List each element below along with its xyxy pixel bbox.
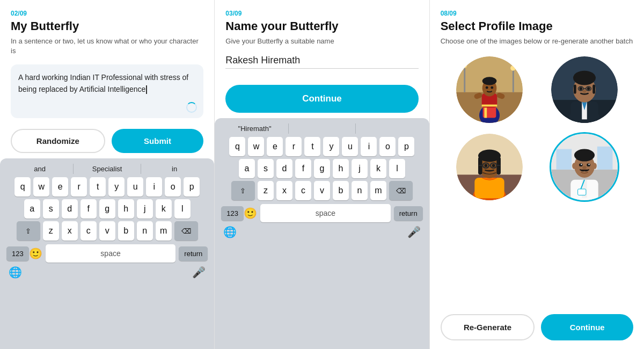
key2-p[interactable]: p	[398, 137, 414, 156]
randomize-button[interactable]: Randomize	[11, 129, 105, 153]
mic-icon[interactable]: 🎤	[192, 266, 206, 279]
key-space[interactable]: space	[46, 244, 176, 263]
key2-z[interactable]: z	[258, 181, 274, 200]
key-n[interactable]: n	[137, 221, 153, 241]
key2-backspace[interactable]: ⌫	[389, 181, 413, 200]
svg-point-47	[492, 164, 495, 167]
key2-space[interactable]: space	[260, 204, 391, 222]
key-l[interactable]: l	[174, 199, 191, 219]
key-b[interactable]: b	[118, 221, 134, 241]
key2-c[interactable]: c	[295, 181, 311, 200]
profile-image-4[interactable]	[550, 132, 619, 202]
svg-point-67	[588, 164, 589, 165]
key2-y[interactable]: y	[323, 137, 339, 156]
key-k[interactable]: k	[156, 199, 172, 219]
key-c[interactable]: c	[80, 221, 97, 241]
key2-shift[interactable]: ⇧	[231, 181, 255, 200]
key-backspace[interactable]: ⌫	[174, 221, 198, 241]
key-t[interactable]: t	[90, 177, 106, 197]
name-value[interactable]: Rakesh Hiremath	[225, 55, 418, 69]
key2-q[interactable]: q	[229, 137, 245, 156]
key2-123[interactable]: 123	[221, 206, 244, 221]
continue-button-2[interactable]: Continue	[225, 85, 418, 113]
key2-return[interactable]: return	[394, 206, 423, 221]
key-h[interactable]: h	[118, 199, 134, 219]
key-s[interactable]: s	[43, 199, 59, 219]
step-label-1: 02/09	[11, 10, 203, 17]
key-e[interactable]: e	[52, 177, 68, 197]
key2-b[interactable]: b	[333, 181, 349, 200]
key-p[interactable]: p	[184, 177, 200, 197]
key2-d[interactable]: d	[276, 159, 292, 178]
key2-s[interactable]: s	[258, 159, 274, 178]
key-return[interactable]: return	[179, 246, 208, 261]
key2-x[interactable]: x	[276, 181, 292, 200]
globe-icon[interactable]: 🌐	[9, 266, 22, 279]
suggestion-specialist[interactable]: Specialist	[74, 164, 141, 174]
key2-i[interactable]: i	[361, 137, 377, 156]
kb-bottom-1: 123 🙂 space return	[2, 243, 212, 263]
key-x[interactable]: x	[62, 221, 78, 241]
key-r[interactable]: r	[71, 177, 87, 197]
key2-j[interactable]: j	[352, 159, 368, 178]
panel-select-profile: 08/09 Select Profile Image Choose one of…	[430, 0, 644, 349]
key-y[interactable]: y	[108, 177, 125, 197]
key-i[interactable]: i	[146, 177, 162, 197]
key-j[interactable]: j	[137, 199, 153, 219]
keyboard-2: "Hiremath" q w e r t y u i o p a s d f	[215, 118, 429, 349]
key-q[interactable]: q	[14, 177, 31, 197]
continue-button-3[interactable]: Continue	[541, 314, 633, 340]
key2-m[interactable]: m	[370, 181, 386, 200]
svg-point-4	[462, 63, 467, 69]
key-d[interactable]: d	[62, 199, 78, 219]
key2-r[interactable]: r	[286, 137, 302, 156]
suggestion-hiremath[interactable]: "Hiremath"	[221, 123, 288, 134]
key-f[interactable]: f	[80, 199, 97, 219]
key-v[interactable]: v	[99, 221, 115, 241]
key2-v[interactable]: v	[314, 181, 330, 200]
svg-point-63	[592, 163, 597, 169]
panel-subtitle-2: Give your Butterfly a suitable name	[225, 37, 418, 46]
emoji-icon-2[interactable]: 🙂	[244, 207, 257, 220]
panel-title-3: Select Profile Image	[441, 19, 633, 33]
svg-point-62	[572, 163, 576, 169]
profile-image-2[interactable]	[550, 55, 619, 125]
key-u[interactable]: u	[127, 177, 143, 197]
key2-w[interactable]: w	[248, 137, 264, 156]
svg-rect-39	[474, 178, 504, 198]
loading-spinner	[186, 102, 197, 113]
key-m[interactable]: m	[156, 221, 172, 241]
key2-e[interactable]: e	[267, 137, 283, 156]
key-z[interactable]: z	[43, 221, 59, 241]
key2-g[interactable]: g	[314, 159, 330, 178]
key-a[interactable]: a	[24, 199, 40, 219]
suggestion-in[interactable]: in	[141, 164, 208, 174]
profile-image-3[interactable]	[455, 132, 524, 202]
key2-n[interactable]: n	[352, 181, 368, 200]
svg-point-6	[510, 66, 516, 71]
profile-image-1[interactable]	[455, 55, 524, 125]
suggestion-and[interactable]: and	[6, 164, 74, 174]
key2-u[interactable]: u	[342, 137, 358, 156]
character-description-box[interactable]: A hard working Indian IT Professional wi…	[11, 64, 203, 118]
key2-f[interactable]: f	[295, 159, 311, 178]
svg-rect-28	[592, 85, 595, 94]
key-w[interactable]: w	[33, 177, 49, 197]
key-shift[interactable]: ⇧	[17, 221, 40, 241]
key-o[interactable]: o	[165, 177, 181, 197]
key2-l[interactable]: l	[389, 159, 405, 178]
key2-a[interactable]: a	[239, 159, 255, 178]
key2-h[interactable]: h	[333, 159, 349, 178]
key2-t[interactable]: t	[304, 137, 320, 156]
key-g[interactable]: g	[99, 199, 115, 219]
svg-rect-54	[556, 149, 572, 170]
key-123[interactable]: 123	[6, 246, 29, 261]
emoji-icon[interactable]: 🙂	[29, 247, 42, 260]
regenerate-button[interactable]: Re-Generate	[441, 314, 535, 340]
mic-icon-2[interactable]: 🎤	[407, 226, 421, 238]
key2-k[interactable]: k	[370, 159, 386, 178]
globe-icon-2[interactable]: 🌐	[223, 226, 237, 238]
svg-point-14	[486, 86, 488, 89]
submit-button[interactable]: Submit	[112, 129, 204, 153]
key2-o[interactable]: o	[379, 137, 396, 156]
